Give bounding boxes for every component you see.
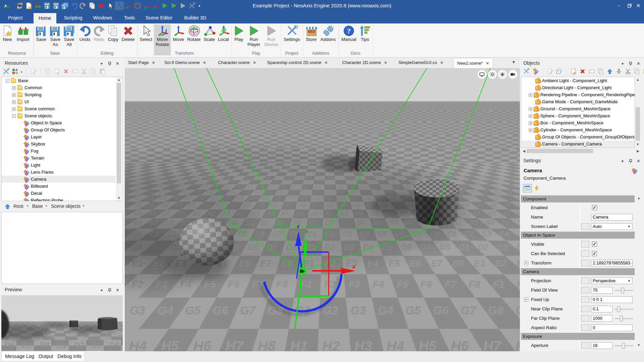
svg-text:D7: D7 bbox=[22, 341, 32, 350]
svg-text:D2: D2 bbox=[74, 341, 84, 350]
svg-text:D6: D6 bbox=[4, 341, 14, 350]
svg-text:C2: C2 bbox=[61, 334, 67, 339]
svg-text:C6: C6 bbox=[107, 334, 112, 339]
svg-text:y: y bbox=[305, 228, 308, 234]
svg-text:D4: D4 bbox=[109, 341, 119, 350]
svg-text:C1: C1 bbox=[50, 334, 55, 339]
svg-text:C7: C7 bbox=[118, 334, 123, 339]
svg-text:I: I bbox=[73, 70, 74, 73]
svg-text:C3: C3 bbox=[72, 334, 78, 339]
svg-text:D3: D3 bbox=[92, 341, 102, 350]
svg-text:D1: D1 bbox=[57, 341, 66, 350]
svg-text:x: x bbox=[352, 264, 356, 269]
svg-text:C4: C4 bbox=[84, 334, 90, 339]
svg-text:C5: C5 bbox=[95, 334, 101, 339]
svg-text:I: I bbox=[590, 70, 591, 73]
svg-text:D8: D8 bbox=[39, 341, 49, 350]
svg-text:?: ? bbox=[347, 27, 351, 35]
svg-text:z: z bbox=[297, 223, 300, 229]
